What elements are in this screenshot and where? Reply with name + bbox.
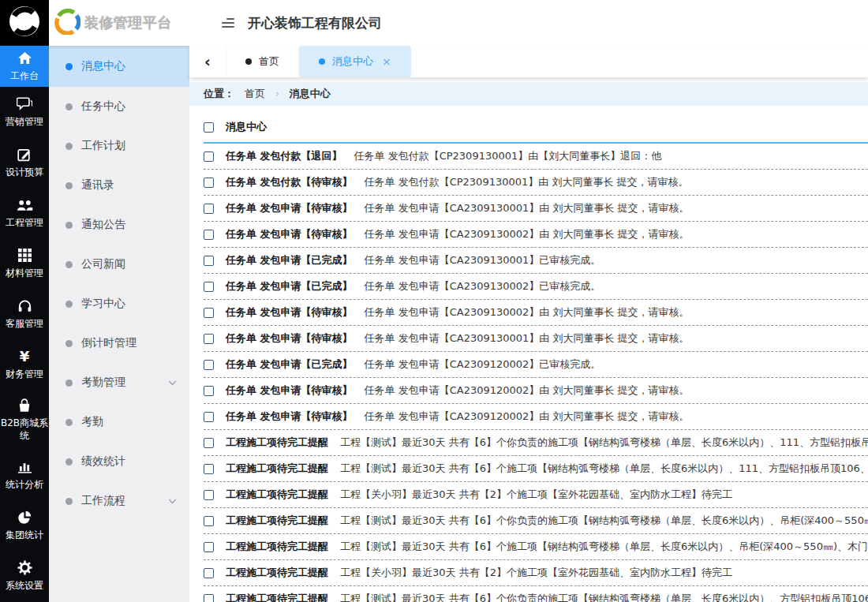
tab-label: 首页 xyxy=(259,54,279,69)
row-checkbox[interactable] xyxy=(204,360,214,370)
breadcrumb-item-current: 消息中心 xyxy=(290,87,331,101)
message-title: 任务单 发包申请【待审核】 xyxy=(226,227,353,241)
message-row[interactable]: 任务单 发包申请【已完成】任务单 发包申请【CA2309120002】已审核完成… xyxy=(204,352,868,378)
sidebar-item-label: 统计分析 xyxy=(6,479,43,492)
row-checkbox[interactable] xyxy=(204,230,214,240)
message-row[interactable]: 工程施工项待完工提醒工程【测试】最近30天 共有【6】个你负责的施工项【钢结构弧… xyxy=(204,430,868,456)
sidebar-item-finance[interactable]: ¥财务管理 xyxy=(0,339,49,390)
message-title: 任务单 发包申请【待审核】 xyxy=(226,305,353,320)
row-checkbox[interactable] xyxy=(204,490,214,500)
sidebar-item-settings[interactable]: 系统设置 xyxy=(0,551,49,601)
message-body: 任务单 发包申请【CA2309120002】已审核完成。 xyxy=(365,357,601,372)
menu-item-message-center[interactable]: 消息中心 xyxy=(49,46,189,87)
breadcrumb: 位置： 首页 › 消息中心 xyxy=(189,82,868,106)
menu-item-learning-center[interactable]: 学习中心 xyxy=(49,284,189,323)
message-row[interactable]: 工程施工项待完工提醒工程【关小羽】最近30天 共有【2】个施工项【室外花园基础、… xyxy=(204,560,868,586)
menu-item-notice[interactable]: 通知公告 xyxy=(49,205,189,245)
menu-item-work-plan[interactable]: 工作计划 xyxy=(49,126,189,166)
menu-item-company-news[interactable]: 公司新闻 xyxy=(49,245,189,284)
sidebar-item-b2b-mall[interactable]: B2B商城系统 xyxy=(0,390,49,450)
tabs-back-button[interactable]: ‹ xyxy=(189,46,226,77)
message-row[interactable]: 任务单 发包申请【已完成】任务单 发包申请【CA2309130001】已审核完成… xyxy=(204,248,868,274)
bag-icon xyxy=(17,398,32,413)
row-checkbox[interactable] xyxy=(204,334,214,344)
message-row[interactable]: 任务单 发包付款【待审核】任务单 发包付款【CP2309130001】由 刘大同… xyxy=(204,170,868,196)
message-title: 任务单 发包申请【已完成】 xyxy=(226,279,353,294)
message-body: 工程【测试】最近30天 共有【6】个你负责的施工项【钢结构弧弯楼梯（单层、长度6… xyxy=(340,436,868,450)
sidebar-item-workbench[interactable]: 工作台 xyxy=(0,46,49,87)
message-body: 任务单 发包申请【CA2309130001】由 刘大同董事长 提交，请审核。 xyxy=(365,331,690,346)
bullet-dot-icon xyxy=(65,261,73,268)
message-row[interactable]: 任务单 发包申请【已完成】任务单 发包申请【CA2309130002】已审核完成… xyxy=(204,274,868,300)
message-title: 任务单 发包申请【已完成】 xyxy=(226,253,353,267)
sidebar-item-service[interactable]: 客服管理 xyxy=(0,289,49,339)
bullet-dot-icon xyxy=(65,498,73,505)
bullet-dot-icon xyxy=(65,380,73,387)
message-row[interactable]: 工程施工项待完工提醒工程【测试】最近30天 共有【6】个你负责的施工项【钢结构弧… xyxy=(204,586,868,602)
message-body: 工程【测试】最近30天 共有【6】个施工项【钢结构弧弯楼梯（单层、长度6米以内）… xyxy=(340,540,868,554)
row-checkbox[interactable] xyxy=(204,568,214,578)
select-all-checkbox[interactable] xyxy=(204,122,214,133)
row-checkbox[interactable] xyxy=(204,256,214,266)
bullet-dot-icon xyxy=(65,419,73,426)
message-body: 任务单 发包申请【CA2309130002】由 刘大同董事长 提交，请审核。 xyxy=(365,305,690,320)
sidebar-item-marketing[interactable]: 营销管理 xyxy=(0,87,49,137)
message-body: 工程【测试】最近30天 共有【6】个你负责的施工项【钢结构弧弯楼梯（单层、长度6… xyxy=(340,592,868,602)
sidebar-item-label: 集团统计 xyxy=(6,529,43,542)
sidebar-item-label: 财务管理 xyxy=(6,368,43,381)
message-title: 任务单 发包付款【待审核】 xyxy=(226,175,353,189)
sidebar-item-design[interactable]: 设计预算 xyxy=(0,137,49,188)
menu-item-contacts[interactable]: 通讯录 xyxy=(49,166,189,205)
tab-home[interactable]: 首页 xyxy=(226,46,299,77)
message-body: 任务单 发包申请【CA2309130002】由 刘大同董事长 提交，请审核。 xyxy=(365,227,690,241)
tab-close-icon[interactable]: × xyxy=(382,55,391,68)
row-checkbox[interactable] xyxy=(204,282,214,292)
row-checkbox[interactable] xyxy=(204,516,214,526)
grid-icon xyxy=(18,248,32,264)
row-checkbox[interactable] xyxy=(204,542,214,552)
message-row[interactable]: 工程施工项待完工提醒工程【测试】最近30天 共有【6】个施工项【钢结构弧弯楼梯（… xyxy=(204,534,868,560)
row-checkbox[interactable] xyxy=(204,308,214,318)
primary-nav: 工作台营销管理设计预算工程管理材料管理客服管理¥财务管理B2B商城系统统计分析集… xyxy=(0,46,49,601)
message-row[interactable]: 工程施工项待完工提醒工程【关小羽】最近30天 共有【2】个施工项【室外花园基础、… xyxy=(204,482,868,508)
row-checkbox[interactable] xyxy=(204,438,214,448)
message-row[interactable]: 任务单 发包申请【待审核】任务单 发包申请【CA2309130001】由 刘大同… xyxy=(204,326,868,352)
message-row[interactable]: 任务单 发包申请【待审核】任务单 发包申请【CA2309120002】由 刘大同… xyxy=(204,378,868,404)
row-checkbox[interactable] xyxy=(204,464,214,474)
tab-message-center[interactable]: 消息中心× xyxy=(299,46,411,77)
menu-item-attendance-mgmt[interactable]: 考勤管理 xyxy=(49,363,189,402)
sidebar-item-group-stats[interactable]: 集团统计 xyxy=(0,500,49,551)
menu-item-label: 通知公告 xyxy=(81,218,125,232)
sidebar-item-material[interactable]: 材料管理 xyxy=(0,238,49,289)
row-checkbox[interactable] xyxy=(204,178,214,188)
message-title: 任务单 发包申请【待审核】 xyxy=(226,409,353,424)
row-checkbox[interactable] xyxy=(204,594,214,602)
menu-item-countdown[interactable]: 倒计时管理 xyxy=(49,323,189,363)
breadcrumb-item-home[interactable]: 首页 xyxy=(245,87,265,101)
sidebar-toggle-button[interactable] xyxy=(219,15,238,31)
menu-item-task-center[interactable]: 任务中心 xyxy=(49,87,189,126)
message-body: 任务单 发包申请【CA2309130002】已审核完成。 xyxy=(365,279,601,294)
message-row[interactable]: 任务单 发包申请【待审核】任务单 发包申请【CA2309130002】由 刘大同… xyxy=(204,222,868,248)
menu-item-performance[interactable]: 绩效统计 xyxy=(49,442,189,481)
tab-label: 消息中心 xyxy=(332,54,373,69)
message-row[interactable]: 工程施工项待完工提醒工程【测试】最近30天 共有【6】个施工项【钢结构弧弯楼梯（… xyxy=(204,456,868,482)
row-checkbox[interactable] xyxy=(204,151,214,162)
row-checkbox[interactable] xyxy=(204,386,214,396)
menu-item-workflow[interactable]: 工作流程 xyxy=(49,481,189,521)
message-row[interactable]: 工程施工项待完工提醒工程【测试】最近30天 共有【6】个你负责的施工项【钢结构弧… xyxy=(204,508,868,534)
row-checkbox[interactable] xyxy=(204,412,214,422)
edit-icon xyxy=(17,147,32,163)
message-row[interactable]: 任务单 发包申请【待审核】任务单 发包申请【CA2309130001】由 刘大同… xyxy=(204,196,868,222)
sidebar-item-project[interactable]: 工程管理 xyxy=(0,188,49,238)
message-row[interactable]: 任务单 发包付款【退回】任务单 发包付款【CP2309130001】由【刘大同董… xyxy=(204,144,868,170)
message-body: 任务单 发包申请【CA2309130001】已审核完成。 xyxy=(365,253,601,267)
sidebar-item-statistics[interactable]: 统计分析 xyxy=(0,450,49,500)
row-checkbox[interactable] xyxy=(204,204,214,214)
brand-name: 装修管理平台 xyxy=(84,13,172,32)
message-row[interactable]: 任务单 发包申请【待审核】任务单 发包申请【CA2309130002】由 刘大同… xyxy=(204,300,868,326)
menu-item-label: 考勤管理 xyxy=(81,376,125,390)
message-title: 工程施工项待完工提醒 xyxy=(226,462,328,476)
message-row[interactable]: 任务单 发包申请【待审核】任务单 发包申请【CA2309120002】由 刘大同… xyxy=(204,404,868,430)
menu-item-attendance[interactable]: 考勤 xyxy=(49,402,189,442)
